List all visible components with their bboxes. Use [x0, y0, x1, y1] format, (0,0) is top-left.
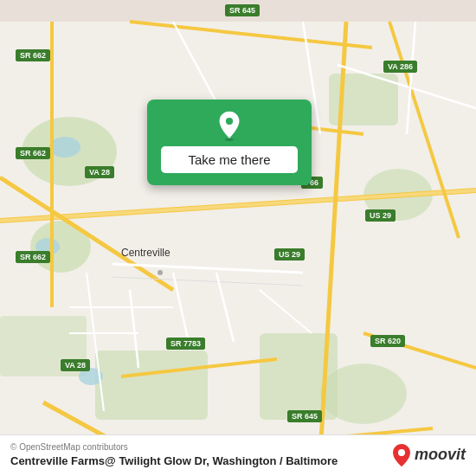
- svg-point-37: [158, 270, 163, 275]
- location-pin-icon: [214, 110, 245, 141]
- bottom-bar: © OpenStreetMap contributors Centreville…: [0, 434, 476, 476]
- svg-point-9: [49, 137, 80, 158]
- road-badge-sr662-mid: SR 662: [16, 147, 50, 159]
- svg-point-40: [398, 449, 405, 456]
- centreville-label: Centreville: [121, 247, 170, 259]
- location-title: Centreville Farms@ Twilight Glow Dr, Was…: [10, 454, 338, 467]
- road-badge-va286: VA 286: [383, 61, 417, 73]
- road-badge-sr662-low: SR 662: [16, 251, 50, 263]
- svg-point-7: [320, 363, 407, 424]
- copyright-text: © OpenStreetMap contributors: [10, 442, 338, 452]
- road-badge-sr7783: SR 7783: [166, 338, 205, 350]
- take-me-there-popup[interactable]: Take me there: [147, 100, 312, 185]
- road-badge-va28-top: VA 28: [85, 166, 114, 178]
- road-badge-sr645-top: SR 645: [225, 4, 260, 16]
- bottom-bar-info: © OpenStreetMap contributors Centreville…: [10, 442, 338, 467]
- road-badge-sr645-bot: SR 645: [287, 410, 322, 422]
- take-me-there-button[interactable]: Take me there: [161, 146, 298, 173]
- svg-point-39: [226, 118, 233, 125]
- svg-point-38: [225, 138, 234, 141]
- map-container: SR 645 SR 645 SR 662 SR 662 SR 662 VA 28…: [0, 0, 476, 476]
- road-badge-sr662-top: SR 662: [16, 49, 50, 61]
- moovit-pin-icon: [392, 443, 411, 467]
- moovit-logo: moovit: [392, 443, 466, 467]
- road-badge-us29-mid: US 29: [274, 248, 305, 261]
- moovit-brand-text: moovit: [415, 446, 466, 464]
- svg-rect-5: [95, 351, 208, 420]
- road-badge-us29-top: US 29: [365, 209, 396, 222]
- road-badge-sr620: SR 620: [370, 335, 405, 347]
- road-badge-va28-bot: VA 28: [61, 359, 90, 371]
